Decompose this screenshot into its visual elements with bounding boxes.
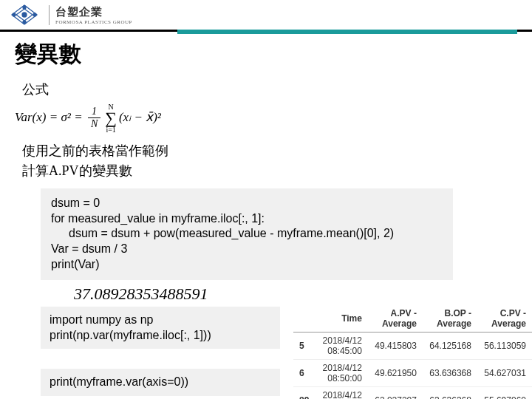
- svg-point-6: [23, 21, 26, 24]
- svg-point-5: [23, 6, 26, 9]
- company-logo-icon: [6, 3, 43, 27]
- code-line: print(np.var(myframe.iloc[:, 1])): [50, 328, 271, 344]
- output-value: 37.08928353488591: [74, 284, 532, 304]
- code-line: dsum = dsum + pow(measured_value - myfra…: [51, 226, 443, 242]
- code-line: print(Var): [51, 257, 443, 273]
- code-line: Var = dsum / 3: [51, 242, 443, 257]
- company-name: 台塑企業 FORMOSA PLASTICS GROUP: [49, 5, 132, 25]
- description: 使用之前的表格當作範例 計算A.PV的變異數: [22, 141, 532, 181]
- data-table: TimeA.PV - AverageB.OP - AverageC.PV - A…: [293, 305, 532, 399]
- code-line: dsum = 0: [51, 196, 443, 211]
- code-block-1: dsum = 0 for measured_value in myframe.i…: [41, 188, 453, 280]
- code-line: import numpy as np: [50, 313, 271, 328]
- code-block-2: import numpy as np print(np.var(myframe.…: [41, 307, 280, 349]
- accent-bar: [177, 30, 517, 34]
- svg-point-4: [33, 13, 36, 16]
- desc-line-2: 計算A.PV的變異數: [22, 161, 532, 181]
- brand-text: 台塑企業: [55, 5, 132, 19]
- table-header-row: TimeA.PV - AverageB.OP - AverageC.PV - A…: [293, 305, 532, 332]
- table-row: 62018/4/12 08:50:0049.62195063.63636854.…: [293, 359, 532, 386]
- variance-formula: Var(x) = σ² = 1NN∑i=1(xᵢ − x̄)²: [15, 103, 532, 134]
- desc-line-1: 使用之前的表格當作範例: [22, 141, 532, 161]
- table-row: 52018/4/12 08:45:0049.41580364.12516856.…: [293, 332, 532, 359]
- table-row: 892018/4/12 08:55:0062.02720763.63636855…: [293, 386, 532, 399]
- code-line: for measured_value in myframe.iloc[:, 1]…: [51, 211, 443, 227]
- svg-point-2: [22, 13, 27, 17]
- code-col: import numpy as np print(np.var(myframe.…: [41, 305, 280, 396]
- header: 台塑企業 FORMOSA PLASTICS GROUP: [0, 0, 532, 32]
- brand-subtext: FORMOSA PLASTICS GROUP: [55, 19, 132, 25]
- page-title: 變異數: [15, 39, 532, 69]
- formula-label: 公式: [22, 81, 532, 98]
- code-line: print(myframe.var(axis=0)): [50, 375, 271, 390]
- code-block-3: print(myframe.var(axis=0)): [41, 369, 280, 396]
- svg-point-3: [13, 13, 16, 16]
